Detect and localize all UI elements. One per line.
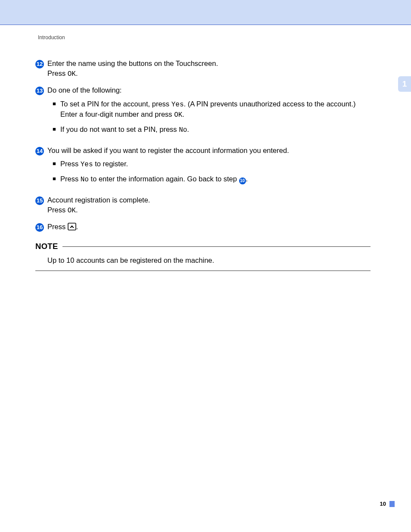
step-number-badge: 16 — [35, 223, 44, 232]
step-number-badge: 13 — [35, 87, 44, 95]
square-bullet-icon: ■ — [53, 99, 60, 109]
step-ref-badge: 10 — [239, 177, 246, 184]
step-13-bullet-2: ■ If you do not want to set a PIN, press… — [53, 124, 371, 135]
step-number-badge: 14 — [35, 147, 44, 156]
square-bullet-icon: ■ — [53, 174, 60, 184]
step-16: 16 Press . — [35, 222, 371, 233]
page-footer: 10 — [380, 501, 395, 507]
page-number: 10 — [380, 501, 386, 507]
svg-rect-1 — [71, 227, 72, 229]
step-number-badge: 15 — [35, 196, 44, 205]
step-14-bullet-1: ■ Press Yes to register. — [53, 159, 371, 170]
square-bullet-icon: ■ — [53, 124, 60, 134]
step-14-bullet-2: ■ Press No to enter the information agai… — [53, 174, 371, 185]
step-12: 12 Enter the name using the buttons on t… — [35, 59, 371, 79]
step-15: 15 Account registration is complete. Pre… — [35, 195, 371, 216]
step-14: 14 You will be asked if you want to regi… — [35, 146, 371, 189]
step-15-line2: Press OK. — [47, 205, 371, 216]
step-number-badge: 12 — [35, 60, 44, 68]
step-12-line2: Press OK. — [47, 68, 371, 79]
home-icon — [68, 223, 76, 233]
top-bar — [0, 0, 411, 25]
page-content: Introduction 12 Enter the name using the… — [0, 25, 411, 271]
footer-accent — [389, 501, 395, 507]
note-block: NOTE Up to 10 accounts can be registered… — [35, 242, 371, 271]
step-13-bullet-1: ■ To set a PIN for the account, press Ye… — [53, 99, 371, 120]
square-bullet-icon: ■ — [53, 159, 60, 168]
note-divider-bottom — [35, 271, 371, 271]
step-13: 13 Do one of the following: ■ To set a P… — [35, 85, 371, 140]
note-label: NOTE — [35, 242, 58, 251]
step-15-line1: Account registration is complete. — [47, 195, 371, 205]
step-14-intro: You will be asked if you want to registe… — [47, 146, 371, 156]
step-12-line1: Enter the name using the buttons on the … — [47, 59, 371, 68]
note-body: Up to 10 accounts can be registered on t… — [35, 251, 371, 271]
section-header: Introduction — [38, 34, 371, 40]
note-divider-top — [62, 246, 371, 247]
step-13-intro: Do one of the following: — [47, 85, 371, 95]
